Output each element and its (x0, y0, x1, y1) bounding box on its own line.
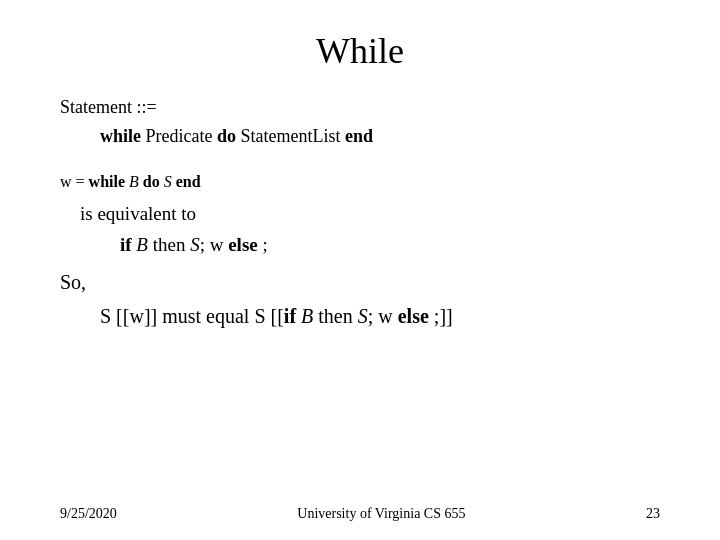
rule-stmtlist: StatementList (236, 126, 345, 146)
ex-kw-do: do (143, 173, 160, 190)
footer-date: 9/25/2020 (60, 506, 117, 522)
if-B: B (132, 234, 153, 255)
equivalent-line: is equivalent to (60, 200, 660, 229)
else-kw: else (228, 234, 258, 255)
rule-predicate: Predicate (141, 126, 217, 146)
ex-B: B (125, 173, 143, 190)
if-then-line: if B then S; w else ; (60, 231, 660, 260)
slide-title: While (60, 30, 660, 72)
ex-S: S (160, 173, 176, 190)
ex-kw-while: while (89, 173, 125, 190)
grammar-block: Statement ::= while Predicate do Stateme… (60, 94, 660, 150)
w-equals: w = (60, 173, 89, 190)
grammar-rule-line: while Predicate do StatementList end (60, 123, 660, 150)
so-detail-line: S [[w]] must equal S [[if B then S; w el… (60, 301, 660, 331)
footer: 9/25/2020 University of Virginia CS 655 … (60, 506, 660, 522)
semi-w: ; w (200, 234, 229, 255)
so-label: So, (60, 271, 86, 293)
so-line: So, (60, 267, 660, 297)
kw-do: do (217, 126, 236, 146)
then-text: then (153, 234, 186, 255)
kw-while: while (100, 126, 141, 146)
ex-kw-end: end (176, 173, 201, 190)
so-detail-text: S [[w]] must equal S [[if B then S; w el… (100, 305, 453, 327)
statement-label: Statement ::= (60, 97, 157, 117)
example-block: w = while B do S end is equivalent to if… (60, 170, 660, 259)
footer-institution: University of Virginia CS 655 (297, 506, 465, 522)
if-S: S (185, 234, 199, 255)
is-equivalent-text: is equivalent to (80, 203, 196, 224)
example-definition-line: w = while B do S end (60, 170, 660, 194)
kw-end: end (345, 126, 373, 146)
footer-page: 23 (646, 506, 660, 522)
grammar-label-line: Statement ::= (60, 94, 660, 121)
slide: While Statement ::= while Predicate do S… (0, 0, 720, 540)
if-kw: if (120, 234, 132, 255)
semi2: ; (258, 234, 268, 255)
